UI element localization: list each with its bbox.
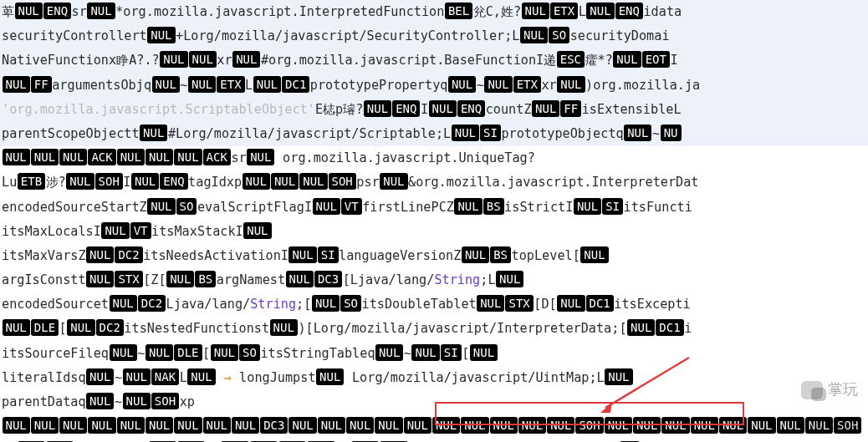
control-char: SI <box>480 124 501 141</box>
control-char: ETX <box>550 3 578 19</box>
text-token: xr <box>541 78 556 93</box>
control-char: ENQ <box>43 3 71 19</box>
control-char: NUL <box>123 368 151 385</box>
text-token: securityControllert <box>2 28 147 43</box>
control-char: NUL <box>247 149 274 165</box>
control-char: NUL <box>3 417 30 434</box>
control-char: NUL <box>189 51 217 68</box>
control-char: STX <box>505 295 533 312</box>
control-char: NUL <box>110 344 137 361</box>
text-token: #Lorg/mozilla/javascript/Scriptable;L <box>168 126 451 141</box>
control-char: BEL <box>445 3 472 19</box>
control-char: NU <box>661 124 682 141</box>
text-token: ;L <box>480 272 495 287</box>
text-token: )[Lorg/mozilla/javascript/InterpreterDat… <box>298 321 626 336</box>
control-char: ACK <box>88 149 115 165</box>
control-char: NUL <box>31 149 59 165</box>
control-char: NUL <box>496 271 523 287</box>
control-char: NUL <box>146 344 173 361</box>
control-char: NUL <box>88 417 115 434</box>
control-char: NUL <box>691 417 718 434</box>
text-token: argIsConstt <box>2 272 86 287</box>
text-token: parentScopeObjectt <box>2 126 140 141</box>
keyword-token: String <box>434 272 480 287</box>
text-token: itsExcepti <box>614 297 690 312</box>
code-line: securityControllertNUL+Lorg/mozilla/java… <box>0 24 868 48</box>
control-char: NUL <box>3 76 30 93</box>
code-line: NULNULNULNULNULNULNULNULNULDC3NULNULNULN… <box>0 414 868 439</box>
control-char: DC3 <box>260 417 288 434</box>
control-char: NUL <box>477 295 504 312</box>
control-char: NUL <box>432 417 460 434</box>
control-char: NUL <box>520 27 548 43</box>
control-char: NUL <box>661 417 689 434</box>
text-token: psr <box>356 175 379 190</box>
control-char: NUL <box>123 393 151 409</box>
control-char: NUL <box>243 173 270 190</box>
control-char: NUL <box>86 271 114 287</box>
control-char: NUL <box>86 246 114 263</box>
text-token: evalScriptFlagI <box>197 200 312 215</box>
code-line: parentDataqNUL~NULSOHxp <box>0 390 868 414</box>
control-char: NUL <box>117 417 145 434</box>
text-token: ~ <box>404 346 411 361</box>
code-line: itsSourceFileqNUL~NULDLE[NULSOitsStringT… <box>0 342 868 366</box>
control-char: NUL <box>748 417 775 434</box>
control-char: NUL <box>174 417 202 434</box>
text-token: L <box>245 78 253 93</box>
control-char: SO <box>340 295 361 312</box>
text-token: org.mozilla.javascript.UniqueTag? <box>275 150 535 165</box>
code-line: itsMaxVarsZNULDC2itsNeedsActivationINULS… <box>0 244 868 268</box>
code-line: NULNULNULACKNULNULNULACKsrNUL org.mozill… <box>0 146 868 170</box>
text-token: languageVersionZ <box>339 248 461 263</box>
control-char: VT <box>341 198 362 215</box>
control-char: DC1 <box>656 319 683 336</box>
code-line: NULDLE[NULDC2itsNestedFunctionstNUL)[Lor… <box>0 317 868 341</box>
control-char: DC3 <box>314 271 342 287</box>
text-token: [ <box>202 346 210 361</box>
text-token: isStrictI <box>504 200 573 215</box>
code-line: argIsConsttNULSTX[Z[NULBSargNamestNULDC3… <box>0 268 868 292</box>
text-token: literalIdsq <box>2 370 86 385</box>
control-char: NUL <box>3 319 30 336</box>
control-char: DC2 <box>96 319 124 336</box>
control-char: ESC <box>557 51 585 68</box>
text-token: +Lorg/mozilla/javascript/SecurityControl… <box>176 28 519 43</box>
text-token: [D[ <box>534 297 556 312</box>
control-char: NUL <box>140 124 167 141</box>
control-char: EOT <box>642 51 670 68</box>
text-token: L <box>180 370 187 385</box>
text-token: #org.mozilla.javascript.BaseFunctionI递 <box>261 53 556 68</box>
text-token: sr <box>72 4 87 19</box>
control-char: DC1 <box>282 76 309 93</box>
control-char: NUL <box>147 198 175 215</box>
keyword-token: String <box>250 297 296 312</box>
control-char: ETX <box>513 76 541 93</box>
control-char: NUL <box>270 319 298 336</box>
text-token: 癨*? <box>585 53 613 68</box>
text-token: Lorg/mozilla/javascript/UintMap;L <box>345 370 605 385</box>
control-char: STX <box>115 271 142 287</box>
control-char: NUL <box>777 417 804 434</box>
arrow-icon: → <box>216 366 239 390</box>
control-char: SOH <box>95 173 123 190</box>
code-line: literalIdsqNUL~NULNAKLNUL→longJumpstNUL … <box>0 366 868 390</box>
control-char: NUL <box>605 417 632 434</box>
text-token: firstLinePCZ <box>362 200 454 215</box>
control-char: NUL <box>375 417 402 434</box>
control-char: NUL <box>271 173 299 190</box>
control-char: NUL <box>110 295 137 312</box>
control-char: BS <box>195 271 216 287</box>
control-char: NUL <box>627 319 655 336</box>
control-char: NUL <box>313 198 340 215</box>
text-token: ~ <box>137 346 145 361</box>
text-token: NativeFunctionx睁A?.? <box>2 53 160 68</box>
control-char: ENQ <box>392 100 420 117</box>
text-token: argNamest <box>217 272 285 287</box>
control-char: NUL <box>152 76 180 93</box>
control-char: SOH <box>834 417 861 434</box>
code-line: parentScopeObjecttNUL#Lorg/mozilla/javas… <box>0 122 868 146</box>
text-token: Lu <box>2 175 17 190</box>
control-char: ENQ <box>615 3 643 19</box>
code-line: encodedSourceStartZNULSOevalScriptFlagIN… <box>0 196 868 220</box>
